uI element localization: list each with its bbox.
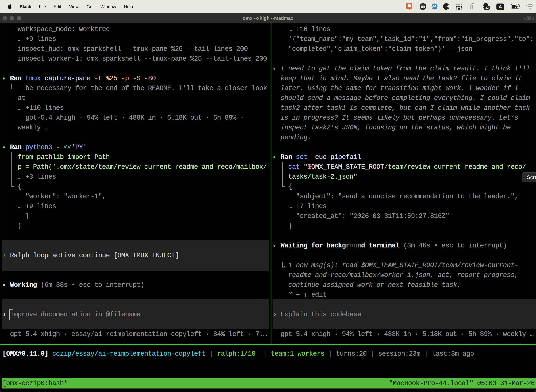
svg-text:1: 1 <box>532 16 534 21</box>
svg-text:..61: ..61 <box>484 6 489 10</box>
